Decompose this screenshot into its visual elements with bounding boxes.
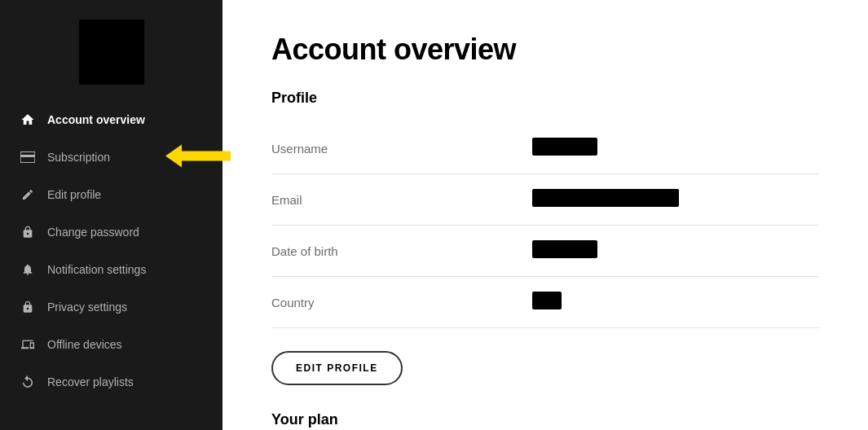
sidebar-item-label: Account overview [47,113,145,126]
dob-value [532,240,819,261]
sidebar-item-change-password[interactable]: Change password [0,213,223,251]
your-plan-title: Your plan [271,411,819,428]
pencil-icon [20,186,36,203]
username-redacted [532,138,597,156]
edit-profile-button[interactable]: EDIT PROFILE [271,351,403,385]
bell-icon [20,261,36,278]
sidebar-item-offline-devices[interactable]: Offline devices [0,326,223,363]
recover-icon [20,374,36,390]
sidebar: Account overview Subscription Edit profi… [0,0,223,430]
username-label: Username [271,142,532,156]
dob-redacted [532,240,597,258]
profile-table: Username Email Date of birth Country [271,123,819,328]
svg-marker-2 [165,145,231,168]
main-content: Account overview Profile Username Email … [223,0,868,430]
sidebar-item-label: Notification settings [47,263,146,276]
privacy-lock-icon [20,299,36,315]
email-redacted [532,189,679,207]
logo [79,20,144,85]
email-value [532,189,819,210]
profile-row-email: Email [271,174,819,226]
profile-row-country: Country [271,277,819,328]
sidebar-item-account-overview[interactable]: Account overview [0,101,223,138]
sidebar-nav: Account overview Subscription Edit profi… [0,101,223,401]
dob-label: Date of birth [271,244,532,258]
sidebar-item-label: Change password [47,226,139,239]
devices-icon [20,336,36,353]
arrow-annotation [165,143,231,172]
country-label: Country [271,296,532,309]
sidebar-item-privacy-settings[interactable]: Privacy settings [0,288,223,326]
home-icon [20,112,36,128]
country-value [532,292,819,313]
email-label: Email [271,193,532,207]
lock-icon [20,224,36,240]
sidebar-item-subscription[interactable]: Subscription [0,138,223,176]
page-title: Account overview [271,33,819,67]
sidebar-item-label: Offline devices [47,338,122,351]
sidebar-item-recover-playlists[interactable]: Recover playlists [0,363,223,401]
svg-rect-1 [20,155,35,157]
sidebar-item-edit-profile[interactable]: Edit profile [0,176,223,213]
username-value [532,138,819,159]
sidebar-item-label: Recover playlists [47,375,134,388]
sidebar-item-notification-settings[interactable]: Notification settings [0,251,223,288]
sidebar-item-label: Edit profile [47,188,101,201]
sidebar-item-label: Subscription [47,151,110,164]
card-icon [20,149,36,165]
profile-row-dob: Date of birth [271,226,819,277]
country-redacted [532,292,562,309]
profile-row-username: Username [271,123,819,174]
sidebar-item-label: Privacy settings [47,301,127,314]
logo-area [0,0,223,98]
profile-section-title: Profile [271,90,819,107]
